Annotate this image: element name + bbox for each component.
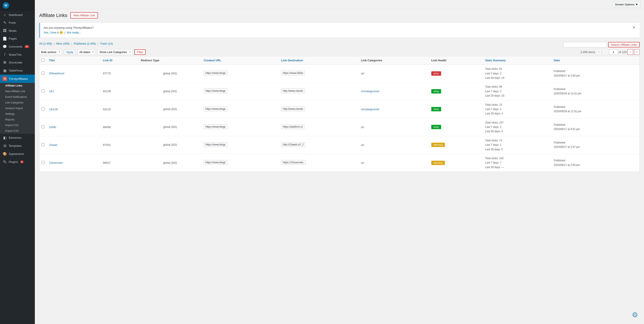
row-link-destination[interactable]: https://www.000w	[281, 71, 305, 75]
filter-bar: All (2,456) | Mine (356) | Published (2,…	[35, 40, 644, 56]
row-cloaked-url[interactable]: https://www.blogc	[204, 124, 227, 129]
sidebar-item-amazon-import[interactable]: Amazon Import	[0, 106, 35, 111]
sidebar-item-appearance[interactable]: 🎨 Appearance	[0, 150, 35, 158]
row-link-destination[interactable]: https://platform.cl	[281, 124, 304, 129]
row-date-value: 2020/08/17 at 2:58 pm	[554, 74, 580, 77]
sharethis-icon: /	[2, 53, 7, 56]
pagination-first-button[interactable]: «	[596, 49, 602, 55]
col-link-id-link[interactable]: Link ID	[103, 59, 112, 62]
notice-close-button[interactable]: ✕	[632, 25, 636, 29]
pagination-prev-button[interactable]: ‹	[602, 49, 608, 55]
sidebar-item-settings[interactable]: Settings	[0, 111, 35, 117]
row-date-status: Published	[554, 159, 565, 162]
row-title[interactable]: 000webhost	[49, 72, 64, 75]
sidebar-item-reports[interactable]: Reports	[0, 117, 35, 122]
row-checkbox[interactable]	[42, 125, 45, 128]
appearance-icon: 🎨	[2, 152, 7, 156]
row-cloaked-url[interactable]: https://www.blogc	[204, 142, 227, 147]
row-checkbox[interactable]	[42, 72, 45, 75]
col-link-dest-link[interactable]: Link Destination	[281, 59, 303, 62]
row-cloaked-url[interactable]: https://www.blogc	[204, 71, 227, 75]
row-link-health-cell: warning	[429, 136, 483, 154]
col-date-link[interactable]: Date	[554, 59, 560, 62]
row-link-destination[interactable]: http://10web.io?_f	[281, 142, 305, 147]
pagination-next-button[interactable]: ›	[628, 49, 633, 55]
row-title[interactable]: 1&1	[49, 90, 54, 93]
sidebar-item-dashboard[interactable]: ⌂ Dashboard	[0, 11, 35, 19]
apply-button[interactable]: Apply	[64, 49, 76, 55]
row-link-id: 92110	[103, 108, 111, 111]
row-link-destination[interactable]: http://www.cloudv	[281, 107, 305, 111]
sidebar-item-media[interactable]: 🖼 Media	[0, 27, 35, 35]
pagination-total-pages: 123	[622, 50, 626, 54]
sidebar-item-templates[interactable]: ⊟ Templates	[0, 142, 35, 150]
row-cloaked-url[interactable]: https://www.blogc	[204, 160, 227, 165]
row-link-id-cell: 92110	[101, 100, 139, 118]
sidebar-item-comments[interactable]: 💬 Comments 97	[0, 43, 35, 51]
sidebar-item-label: Posts	[9, 21, 16, 24]
sidebar-item-elementor[interactable]: ◧ Elementor	[0, 134, 35, 142]
pagination-last-button[interactable]: »	[634, 49, 640, 55]
row-date-status: Published	[554, 106, 565, 109]
show-link-categories-select[interactable]: Show Link Categories	[98, 49, 132, 55]
row-stats-30: Last 30 days: 5	[485, 130, 503, 133]
col-stats-link[interactable]: Stats Summary	[485, 59, 506, 62]
row-title[interactable]: 10web	[49, 143, 57, 147]
col-link-id: Link ID	[101, 56, 139, 65]
screen-options-button[interactable]: Screen Options ▼	[613, 2, 640, 7]
row-checkbox[interactable]	[42, 161, 45, 164]
sidebar-item-thirstyaffiliates[interactable]: TA ThirstyAffiliates	[0, 75, 35, 83]
sidebar-item-tablepress[interactable]: ▦ TablePress	[0, 67, 35, 75]
row-link-categories[interactable]: Uncategorized	[361, 108, 379, 111]
filter-all-link[interactable]: All (2,456)	[39, 42, 53, 45]
row-link-destination[interactable]: http://www.cloudv	[281, 89, 305, 93]
row-title[interactable]: 100tb	[49, 126, 56, 129]
row-redirect-type-cell: global (302)	[139, 65, 202, 82]
select-all-checkbox[interactable]	[42, 58, 45, 62]
bulk-actions-select[interactable]: Bulk actions	[39, 49, 62, 55]
sidebar-item-shortcoder[interactable]: ⌘ Shortcoder	[0, 58, 35, 67]
row-link-destination[interactable]: https://10xsecrets.	[281, 160, 306, 165]
notice-yes-link[interactable]: Yes, I love it	[44, 31, 60, 34]
row-date-value: 2020/09/29 at 11:01 pm	[554, 92, 581, 95]
search-affiliate-links-button[interactable]: Search Affiliate Links	[608, 42, 640, 47]
row-checkbox[interactable]	[42, 143, 45, 146]
col-link-health: Link Health	[429, 56, 483, 65]
filter-trash-link[interactable]: Trash (13)	[100, 42, 113, 45]
row-stats-7: Last 7 days: 1	[485, 108, 502, 111]
filter-mine-link[interactable]: Mine (356)	[56, 42, 70, 45]
row-link-categories[interactable]: Uncategorized	[361, 90, 379, 93]
row-title[interactable]: 10xsecrets	[49, 161, 63, 164]
all-dates-select[interactable]: All dates	[78, 49, 96, 55]
sidebar-item-export-csv[interactable]: Export CSV	[0, 128, 35, 134]
sidebar-item-link-categories[interactable]: Link Categories	[0, 100, 35, 106]
page-number-input[interactable]	[609, 50, 618, 55]
sidebar-item-posts[interactable]: ✎ Posts	[0, 19, 35, 27]
col-title-link[interactable]: Title	[49, 59, 55, 62]
sidebar-item-label: Dashboard	[9, 13, 23, 16]
row-checkbox[interactable]	[42, 89, 45, 92]
row-link-categories-cell: url	[359, 136, 429, 154]
row-link-health-cell: error	[429, 65, 483, 82]
row-cloaked-url[interactable]: https://www.blogc	[204, 89, 227, 93]
sidebar-item-affiliate-links[interactable]: Affiliate Links	[0, 83, 35, 89]
sidebar-item-event-notifications[interactable]: Event Notifications	[0, 94, 35, 100]
notice-no-link[interactable]: Not really...	[67, 31, 81, 34]
row-checkbox[interactable]	[42, 107, 45, 111]
row-cloaked-url-cell: https://www.blogc	[202, 136, 279, 154]
sidebar-item-plugins[interactable]: 🔌 Plugins 8	[0, 158, 35, 166]
new-affiliate-link-button[interactable]: New Affiliate Link	[70, 12, 98, 18]
row-title[interactable]: 1&1UK	[49, 108, 58, 111]
filter-button[interactable]: Filter	[134, 49, 146, 55]
sidebar-item-sharethis[interactable]: / ShareThis	[0, 51, 35, 58]
screen-options-chevron-icon: ▼	[635, 3, 638, 6]
row-date-value: 2020/08/17 at 2:57 pm	[554, 146, 580, 149]
sidebar-item-import-csv[interactable]: Import CSV	[0, 122, 35, 128]
search-affiliate-links-input[interactable]	[564, 42, 607, 47]
row-cloaked-url[interactable]: https://www.blogc	[204, 107, 227, 111]
sidebar-item-new-affiliate-link[interactable]: New Affiliate Link	[0, 89, 35, 94]
templates-label: Templates	[9, 144, 22, 148]
col-cloaked-url-link[interactable]: Cloaked URL	[204, 59, 221, 62]
filter-published-link[interactable]: Published (2,456)	[74, 42, 97, 45]
sidebar-item-pages[interactable]: 📄 Pages	[0, 35, 35, 43]
